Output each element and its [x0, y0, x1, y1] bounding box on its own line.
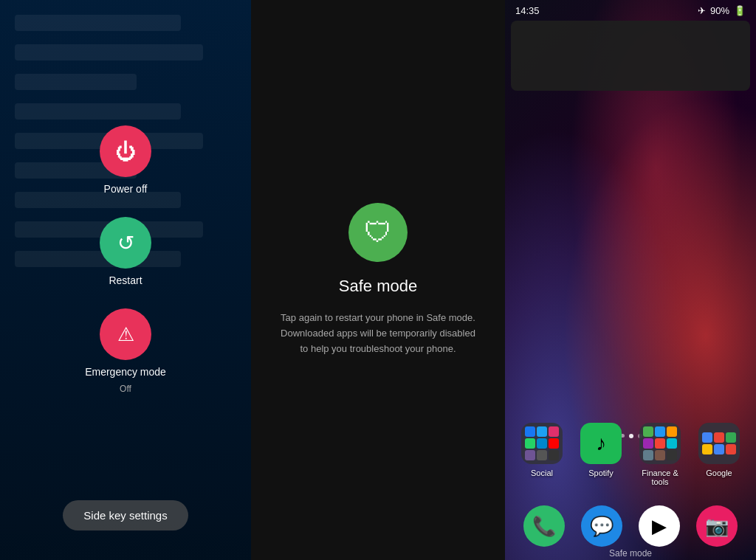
g4-dot	[702, 444, 712, 454]
restart-option[interactable]: ↺ Restart	[100, 217, 151, 286]
tw-dot	[537, 426, 547, 437]
notification-panel[interactable]	[511, 21, 750, 91]
emergency-button[interactable]: ⚠	[100, 308, 151, 360]
safe-mode-bottom-label: Safe mode	[505, 548, 756, 559]
g1-dot	[702, 432, 712, 443]
spotify-logo: ♪	[596, 432, 606, 455]
f4-dot	[643, 438, 653, 449]
g6-dot	[726, 444, 736, 454]
social-label: Social	[531, 469, 553, 477]
emergency-option[interactable]: ⚠ Emergency mode Off	[85, 308, 166, 394]
blur-row-3	[15, 74, 137, 90]
wa-dot	[525, 438, 535, 449]
play-store-icon: ▶	[652, 515, 667, 538]
app-grid: Social ♪ Spotify	[505, 423, 756, 486]
camera-icon: 📷	[705, 515, 729, 538]
safe-mode-text: Safe mode	[609, 548, 652, 559]
d6-dot	[537, 450, 547, 460]
battery-percentage: 90%	[710, 5, 729, 16]
dock-camera[interactable]: 📷	[696, 505, 738, 547]
power-off-button[interactable]: ⏻	[100, 125, 151, 177]
ig-dot	[549, 426, 559, 437]
google-folder-grid	[696, 426, 742, 460]
f3-dot	[667, 426, 677, 437]
power-off-icon: ⏻	[115, 139, 136, 164]
blur-row-1	[15, 15, 181, 31]
app-social[interactable]: Social	[515, 423, 568, 486]
tg-dot	[537, 438, 547, 449]
safe-mode-description: Tap again to restart your phone in Safe …	[281, 311, 475, 356]
social-folder-grid	[520, 422, 563, 465]
emergency-icon: ⚠	[117, 323, 134, 346]
restart-label: Restart	[109, 274, 142, 286]
blur-row-4	[15, 103, 181, 120]
safe-mode-title: Safe mode	[339, 277, 417, 296]
shield-check-icon: 🛡	[364, 217, 392, 249]
airplane-icon: ✈	[698, 5, 706, 16]
power-off-label: Power off	[104, 183, 148, 195]
social-icon[interactable]	[521, 423, 563, 464]
safe-mode-panel: 🛡 Safe mode Tap again to restart your ph…	[251, 0, 505, 560]
g3-dot	[726, 432, 736, 443]
f6-dot	[667, 438, 677, 449]
google-icon[interactable]	[698, 423, 740, 464]
dock: 📞 💬 ▶ 📷	[505, 505, 756, 547]
restart-button[interactable]: ↺	[100, 217, 151, 269]
power-off-option[interactable]: ⏻ Power off	[100, 125, 151, 195]
side-key-settings-button[interactable]: Side key settings	[63, 500, 188, 530]
spotify-icon[interactable]: ♪	[580, 423, 622, 464]
f9-dot	[667, 450, 677, 460]
emergency-label: Emergency mode	[85, 366, 166, 378]
dock-phone[interactable]: 📞	[523, 505, 565, 547]
f2-dot	[655, 426, 665, 437]
status-bar: 14:35 ✈ 90% 🔋	[505, 0, 756, 21]
yt-dot	[549, 438, 559, 449]
messages-icon: 💬	[590, 515, 614, 538]
phone-screen: 14:35 ✈ 90% 🔋	[505, 0, 756, 560]
battery-icon: 🔋	[734, 5, 746, 16]
restart-icon: ↺	[117, 231, 134, 255]
app-google[interactable]: Google	[693, 423, 746, 486]
app-spotify[interactable]: ♪ Spotify	[574, 423, 628, 486]
phone-icon: 📞	[532, 515, 556, 538]
f1-dot	[643, 426, 653, 437]
f8-dot	[655, 450, 665, 460]
safe-mode-icon[interactable]: 🛡	[348, 203, 408, 262]
finance-tools-label: Finance & tools	[633, 469, 687, 486]
google-label: Google	[706, 469, 732, 477]
status-right: ✈ 90% 🔋	[698, 5, 746, 16]
d5-dot	[525, 450, 535, 460]
blur-row-2	[15, 44, 203, 61]
d7-dot	[549, 450, 559, 460]
finance-folder-grid	[639, 422, 681, 465]
power-options: ⏻ Power off ↺ Restart ⚠ Emergency mode O…	[85, 125, 166, 394]
fb-dot	[525, 426, 535, 437]
g2-dot	[714, 432, 724, 443]
dock-play-store[interactable]: ▶	[639, 505, 680, 547]
power-menu-panel: ⏻ Power off ↺ Restart ⚠ Emergency mode O…	[0, 0, 251, 560]
status-time: 14:35	[515, 5, 540, 16]
app-finance-tools[interactable]: Finance & tools	[633, 423, 687, 486]
finance-tools-icon[interactable]	[639, 423, 681, 464]
spotify-label: Spotify	[588, 469, 614, 477]
dock-messages[interactable]: 💬	[581, 505, 622, 547]
g5-dot	[714, 444, 724, 454]
f7-dot	[643, 450, 653, 460]
f5-dot	[655, 438, 665, 449]
emergency-sublabel: Off	[120, 384, 131, 394]
